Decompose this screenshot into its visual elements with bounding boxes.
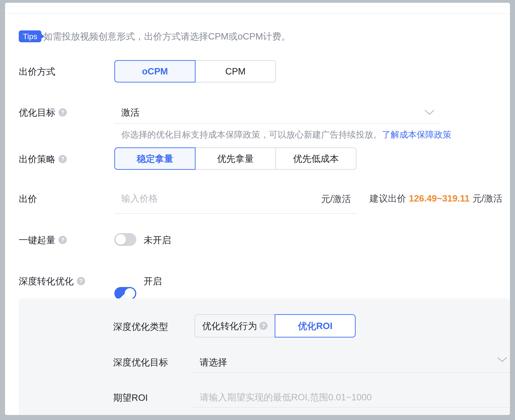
chevron-down-icon: [497, 357, 507, 363]
option-label: 优先低成本: [293, 152, 339, 165]
quick-boost-toggle[interactable]: [114, 233, 136, 246]
deep-type-label-text: 深度优化类型: [113, 320, 168, 333]
optimization-goal-helper: 你选择的优化目标支持成本保障政策，可以放心新建广告持续投放。了解成本保障政策: [121, 130, 451, 140]
deep-type-label: 深度优化类型: [113, 322, 168, 331]
helper-text: 你选择的优化目标支持成本保障政策，可以放心新建广告持续投放。: [121, 130, 382, 139]
chevron-down-icon: [424, 109, 435, 115]
help-icon[interactable]: [59, 108, 67, 117]
optimization-goal-label-text: 优化目标: [19, 106, 55, 119]
option-label: 优先拿量: [217, 152, 254, 165]
deep-type-option-roi[interactable]: 优化ROI: [275, 314, 356, 338]
quick-boost-label-text: 一键起量: [19, 234, 55, 246]
bid-method-option-ocpm[interactable]: oCPM: [114, 60, 196, 82]
bid-strategy-label: 出价策略: [19, 154, 67, 164]
expected-roi-input[interactable]: [200, 391, 497, 403]
deep-type-option-behavior[interactable]: 优化转化行为: [194, 314, 275, 338]
top-divider: [5, 13, 510, 14]
input-underline: [192, 407, 510, 408]
bid-strategy-segment: 稳定拿量 优先拿量 优先低成本: [114, 147, 356, 170]
bid-settings-card: Tips 如需投放视频创意形式，出价方式请选择CPM或oCPM计费。 出价方式 …: [5, 3, 510, 415]
deep-conversion-label: 深度转化优化: [19, 276, 85, 286]
option-label: CPM: [225, 66, 246, 76]
expected-roi-label-text: 期望ROI: [113, 391, 148, 404]
bid-label: 出价: [19, 194, 37, 204]
tips-badge: Tips: [19, 30, 41, 42]
optimization-goal-select[interactable]: 激活: [121, 107, 139, 117]
bid-strategy-option-volume-first[interactable]: 优先拿量: [195, 147, 276, 170]
option-label: 稳定拿量: [137, 152, 173, 165]
bid-strategy-option-stable[interactable]: 稳定拿量: [114, 147, 196, 170]
deep-conversion-state: 开启: [144, 275, 162, 287]
help-icon[interactable]: [59, 155, 67, 163]
deep-conversion-label-text: 深度转化优化: [19, 275, 74, 287]
quick-boost-label: 一键起量: [19, 235, 67, 245]
option-label: oCPM: [142, 66, 168, 76]
panel-notch: [120, 294, 129, 299]
bid-label-text: 出价: [19, 193, 37, 205]
tips-text: 如需投放视频创意形式，出价方式请选择CPM或oCPM计费。: [43, 30, 291, 42]
option-label: 优化ROI: [298, 320, 332, 332]
bid-strategy-label-text: 出价策略: [19, 153, 55, 165]
suggested-bid-range: 126.49~319.11: [409, 193, 470, 203]
select-underline: [114, 123, 440, 124]
help-icon[interactable]: [259, 322, 268, 330]
bid-unit: 元/激活: [114, 194, 351, 204]
help-icon[interactable]: [77, 277, 85, 285]
bid-method-label-text: 出价方式: [19, 65, 55, 78]
toggle-knob: [115, 234, 126, 245]
select-underline: [192, 373, 510, 373]
suggested-bid: 建议出价126.49~319.11元/激活: [369, 193, 502, 204]
bid-strategy-option-low-cost[interactable]: 优先低成本: [275, 147, 356, 170]
deep-goal-label-text: 深度优化目标: [113, 356, 168, 368]
bid-method-segment: oCPM CPM: [114, 60, 276, 82]
bid-method-label: 出价方式: [19, 67, 55, 76]
quick-boost-state: 未开启: [144, 233, 171, 246]
deep-type-segment: 优化转化行为 优化ROI: [194, 314, 356, 338]
suggested-bid-unit: 元/激活: [472, 193, 502, 203]
deep-goal-select[interactable]: 请选择: [200, 357, 227, 367]
cost-guarantee-link[interactable]: 了解成本保障政策: [382, 130, 451, 139]
optimization-goal-label: 优化目标: [19, 107, 67, 117]
option-label: 优化转化行为: [202, 320, 257, 332]
deep-goal-label: 深度优化目标: [113, 357, 168, 367]
suggested-bid-prefix: 建议出价: [369, 193, 406, 203]
tips-badge-label: Tips: [23, 32, 37, 41]
expected-roi-label: 期望ROI: [113, 393, 148, 403]
help-icon[interactable]: [59, 236, 67, 244]
input-underline: [114, 213, 357, 214]
bid-method-option-cpm[interactable]: CPM: [195, 60, 276, 82]
